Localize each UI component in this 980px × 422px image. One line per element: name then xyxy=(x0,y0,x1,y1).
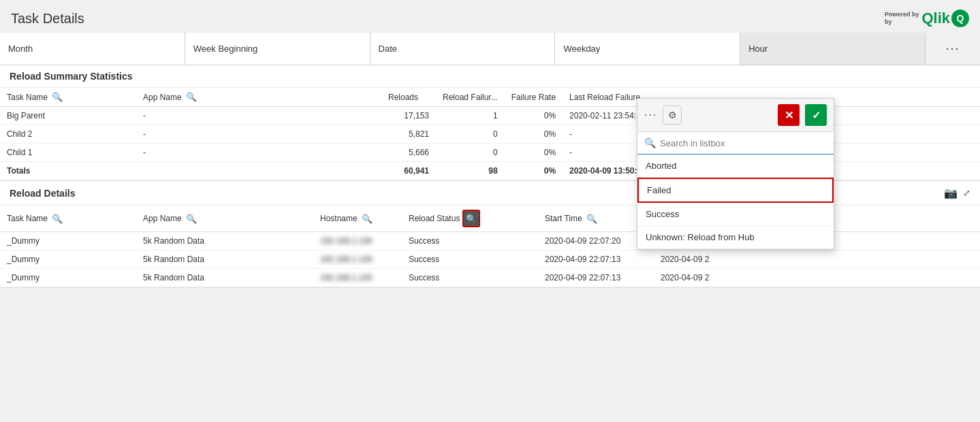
filter-week-beginning[interactable]: Week Beginning xyxy=(185,33,370,65)
cell-failures: 0 xyxy=(436,125,505,144)
totals-failure-rate: 0% xyxy=(505,162,563,180)
app-name-search-btn[interactable]: 🔍 xyxy=(186,92,197,102)
filter-weekday[interactable]: Weekday xyxy=(555,33,740,65)
reload-summary-header: Reload Summary Statistics xyxy=(0,65,980,88)
listbox-dropdown: ··· ⚙ ✕ ✓ 🔍 AbortedFailedSuccessUnknown:… xyxy=(637,98,834,250)
dropdown-ellipsis: ··· xyxy=(644,109,657,121)
cell-end-time: 2020-04-09 2 xyxy=(654,250,980,269)
main-content: Reload Summary Statistics Task Name 🔍 xyxy=(0,65,980,419)
cell-failure-rate: 0% xyxy=(505,144,563,162)
cell-app-name: 5k Random Data xyxy=(136,269,313,287)
dropdown-search-bar: 🔍 xyxy=(637,132,834,155)
cell-failures: 1 xyxy=(436,107,505,125)
dropdown-list: AbortedFailedSuccessUnknown: Reload from… xyxy=(637,155,834,249)
dropdown-gear-btn[interactable]: ⚙ xyxy=(663,106,682,125)
details-starttime-search-btn[interactable]: 🔍 xyxy=(586,214,597,224)
th-failure-rate: Failure Rate xyxy=(505,88,563,107)
details-app-search-btn[interactable]: 🔍 xyxy=(186,214,197,224)
th-task-name: Task Name 🔍 xyxy=(0,88,136,107)
dth-task-name: Task Name 🔍 xyxy=(0,206,136,232)
th-app-name: App Name 🔍 xyxy=(136,88,381,107)
cell-status: Success xyxy=(402,232,538,250)
th-reloads: Reloads xyxy=(381,88,436,107)
cell-app-name: - xyxy=(136,125,381,144)
cell-app-name: - xyxy=(136,144,381,162)
reload-details-toolbar: 📷 ⤢ xyxy=(944,186,970,199)
dropdown-list-item[interactable]: Failed xyxy=(637,178,834,203)
dropdown-search-icon: 🔍 xyxy=(644,137,656,148)
filter-month[interactable]: Month xyxy=(0,33,185,65)
th-failures: Reload Failur... xyxy=(436,88,505,107)
cell-start-time: 2020-04-09 22:07:13 xyxy=(538,269,654,287)
cell-status: Success xyxy=(402,250,538,269)
totals-failures: 98 xyxy=(436,162,505,180)
cell-task-name: _Dummy xyxy=(0,250,136,269)
task-name-search-btn[interactable]: 🔍 xyxy=(52,92,63,102)
dropdown-confirm-btn[interactable]: ✓ xyxy=(805,104,827,126)
details-task-search-btn[interactable]: 🔍 xyxy=(52,214,63,224)
dth-app-name: App Name 🔍 xyxy=(136,206,313,232)
dropdown-search-input[interactable] xyxy=(660,138,827,148)
cell-task-name: Child 2 xyxy=(0,125,136,144)
details-hostname-search-btn[interactable]: 🔍 xyxy=(362,214,373,224)
qlik-logo-icon: Q xyxy=(951,10,969,27)
cell-failure-rate: 0% xyxy=(505,107,563,125)
cell-failures: 0 xyxy=(436,144,505,162)
cell-reloads: 17,153 xyxy=(381,107,436,125)
cell-start-time: 2020-04-09 22:07:13 xyxy=(538,250,654,269)
camera-icon-btn[interactable]: 📷 xyxy=(944,186,958,199)
cell-app-name: - xyxy=(136,107,381,125)
cell-task-name: Child 1 xyxy=(0,144,136,162)
totals-reloads: 60,941 xyxy=(381,162,436,180)
cell-hostname: 192.168.1.100 xyxy=(313,232,402,250)
dropdown-toolbar: ··· ⚙ ✕ ✓ xyxy=(637,99,834,132)
cell-reloads: 5,821 xyxy=(381,125,436,144)
cell-task-name: _Dummy xyxy=(0,232,136,250)
dropdown-list-item[interactable]: Aborted xyxy=(637,155,834,178)
cell-task-name: Big Parent xyxy=(0,107,136,125)
dth-reload-status: Reload Status 🔍 xyxy=(402,206,538,232)
list-item: _Dummy 5k Random Data 192.168.1.100 Succ… xyxy=(0,269,980,287)
cell-end-time: 2020-04-09 2 xyxy=(654,269,980,287)
expand-icon-btn[interactable]: ⤢ xyxy=(963,188,970,198)
cell-task-name: _Dummy xyxy=(0,269,136,287)
totals-label: Totals xyxy=(0,162,136,180)
filter-more[interactable]: ··· xyxy=(926,33,980,65)
dropdown-close-btn[interactable]: ✕ xyxy=(778,104,800,126)
cell-hostname: 192.168.1.100 xyxy=(313,269,402,287)
page-title: Task Details xyxy=(11,11,84,27)
page-header: Task Details Powered by by Qlik Q xyxy=(0,0,980,33)
dth-hostname: Hostname 🔍 xyxy=(313,206,402,232)
reload-status-search-btn[interactable]: 🔍 xyxy=(462,210,480,227)
cell-failure-rate: 0% xyxy=(505,125,563,144)
cell-reloads: 5,666 xyxy=(381,144,436,162)
qlik-brand-text: Qlik xyxy=(921,10,950,27)
list-item: _Dummy 5k Random Data 192.168.1.100 Succ… xyxy=(0,250,980,269)
cell-hostname: 192.168.1.100 xyxy=(313,250,402,269)
cell-status: Success xyxy=(402,269,538,287)
qlik-logo: Powered by by Qlik Q xyxy=(885,10,969,27)
filter-bar: Month Week Beginning Date Weekday Hour ·… xyxy=(0,33,980,65)
dropdown-list-item[interactable]: Success xyxy=(637,203,834,226)
filter-hour[interactable]: Hour xyxy=(740,33,926,65)
cell-app-name: 5k Random Data xyxy=(136,232,313,250)
dropdown-list-item[interactable]: Unknown: Reload from Hub xyxy=(637,226,834,249)
cell-app-name: 5k Random Data xyxy=(136,250,313,269)
filter-date[interactable]: Date xyxy=(370,33,556,65)
